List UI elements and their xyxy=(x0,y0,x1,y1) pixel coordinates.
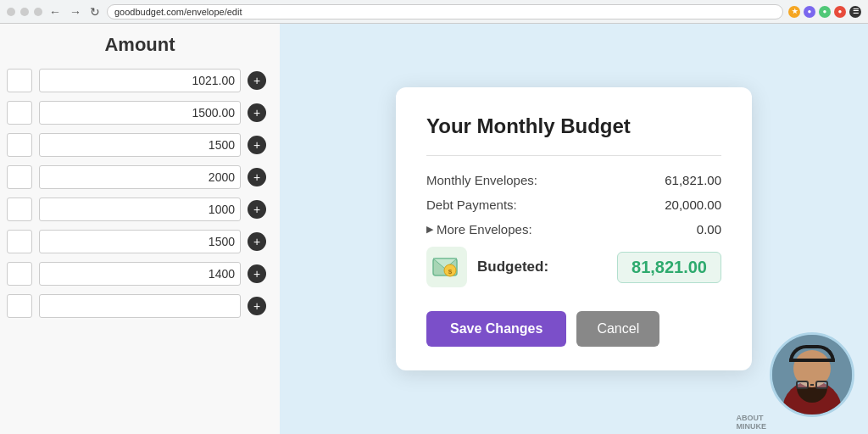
save-changes-button[interactable]: Save Changes xyxy=(426,311,566,347)
row-label-0 xyxy=(7,69,32,92)
avatar-headphones xyxy=(789,345,835,362)
url-text: goodbudget.com/envelope/edit xyxy=(114,7,242,17)
row-label-1 xyxy=(7,101,32,125)
avatar xyxy=(770,332,854,417)
debt-payments-label: Debt Payments: xyxy=(426,198,517,212)
plus-button-6[interactable]: + xyxy=(248,264,266,283)
amount-input-1[interactable]: 1500.00 xyxy=(39,101,241,125)
amount-input-2[interactable]: 1500 xyxy=(39,133,241,157)
nav-back-button[interactable]: ← xyxy=(47,5,63,19)
chevron-right-icon: ▶ xyxy=(426,224,433,235)
envelope-icon: $ xyxy=(426,247,467,287)
amount-input-7[interactable] xyxy=(39,294,241,318)
budgeted-label: Budgeted: xyxy=(477,259,548,275)
nav-refresh-button[interactable]: ↻ xyxy=(88,5,102,19)
plus-button-2[interactable]: + xyxy=(248,136,266,154)
modal-dialog: Your Monthly Budget Monthly Envelopes: 6… xyxy=(396,87,752,370)
amount-row: + xyxy=(0,290,280,322)
amount-row: 1400 + xyxy=(0,258,280,290)
amount-input-0[interactable]: 1021.00 xyxy=(39,69,241,92)
row-label-2 xyxy=(7,133,32,157)
browser-dot-2 xyxy=(20,8,29,16)
toolbar-icon-1: ★ xyxy=(788,6,800,18)
more-envelopes-label: More Envelopes: xyxy=(437,222,693,236)
toolbar-icon-3: ● xyxy=(819,6,831,18)
amount-row: 1000 + xyxy=(0,193,280,225)
main-content: Amount 1021.00 + 1500.00 + 1500 + 2000 +… xyxy=(0,24,868,434)
row-label-7 xyxy=(7,294,32,318)
browser-toolbar-icons: ★ ● ● ● ☰ xyxy=(788,6,861,18)
plus-button-0[interactable]: + xyxy=(248,71,266,90)
glass-lens-left xyxy=(796,381,809,389)
amount-input-5[interactable]: 1500 xyxy=(39,230,241,253)
url-bar[interactable]: goodbudget.com/envelope/edit xyxy=(107,4,783,19)
amount-row: 1500.00 + xyxy=(0,97,280,129)
watermark: ABOUTMINUKE xyxy=(737,414,767,431)
cancel-button[interactable]: Cancel xyxy=(576,311,659,347)
svg-text:$: $ xyxy=(448,268,453,275)
row-label-5 xyxy=(7,230,32,253)
browser-bar: ← → ↻ goodbudget.com/envelope/edit ★ ● ●… xyxy=(0,0,868,24)
browser-dot-1 xyxy=(7,8,15,16)
plus-button-3[interactable]: + xyxy=(248,168,266,186)
avatar-background xyxy=(772,335,852,415)
plus-button-4[interactable]: + xyxy=(248,200,266,219)
nav-forward-button[interactable]: → xyxy=(68,5,83,19)
budgeted-value: 81,821.00 xyxy=(617,252,721,283)
debt-payments-row: Debt Payments: 20,000.00 xyxy=(426,198,721,212)
modal-title: Your Monthly Budget xyxy=(426,114,721,138)
plus-button-7[interactable]: + xyxy=(248,297,266,315)
row-label-6 xyxy=(7,262,32,286)
glass-bridge xyxy=(810,384,814,386)
amount-row: 2000 + xyxy=(0,161,280,193)
glass-lens-right xyxy=(815,381,828,389)
row-label-3 xyxy=(7,165,32,189)
modal-divider xyxy=(426,155,721,156)
amount-input-3[interactable]: 2000 xyxy=(39,165,241,189)
amount-header: Amount xyxy=(0,34,280,56)
toolbar-icon-2: ● xyxy=(804,6,815,18)
amount-input-4[interactable]: 1000 xyxy=(39,198,241,221)
browser-dot-3 xyxy=(34,8,42,16)
debt-payments-value: 20,000.00 xyxy=(665,198,721,212)
monthly-envelopes-value: 61,821.00 xyxy=(665,173,721,187)
toolbar-icon-5: ☰ xyxy=(849,6,861,18)
amount-row: 1500 + xyxy=(0,225,280,258)
modal-actions: Save Changes Cancel xyxy=(426,311,721,347)
amount-row: 1500 + xyxy=(0,129,280,161)
left-panel: Amount 1021.00 + 1500.00 + 1500 + 2000 +… xyxy=(0,24,280,434)
row-label-4 xyxy=(7,198,32,221)
toolbar-icon-4: ● xyxy=(834,6,846,18)
avatar-glasses xyxy=(796,381,828,389)
monthly-envelopes-row: Monthly Envelopes: 61,821.00 xyxy=(426,173,721,187)
right-area: Your Monthly Budget Monthly Envelopes: 6… xyxy=(280,24,868,434)
amount-row: 1021.00 + xyxy=(0,64,280,97)
amount-input-6[interactable]: 1400 xyxy=(39,262,241,286)
plus-button-1[interactable]: + xyxy=(248,103,266,122)
plus-button-5[interactable]: + xyxy=(248,232,266,251)
monthly-envelopes-label: Monthly Envelopes: xyxy=(426,173,537,187)
budgeted-row: $ Budgeted: 81,821.00 xyxy=(426,247,721,287)
more-envelopes-value: 0.00 xyxy=(697,222,721,236)
more-envelopes-row[interactable]: ▶ More Envelopes: 0.00 xyxy=(426,222,721,236)
